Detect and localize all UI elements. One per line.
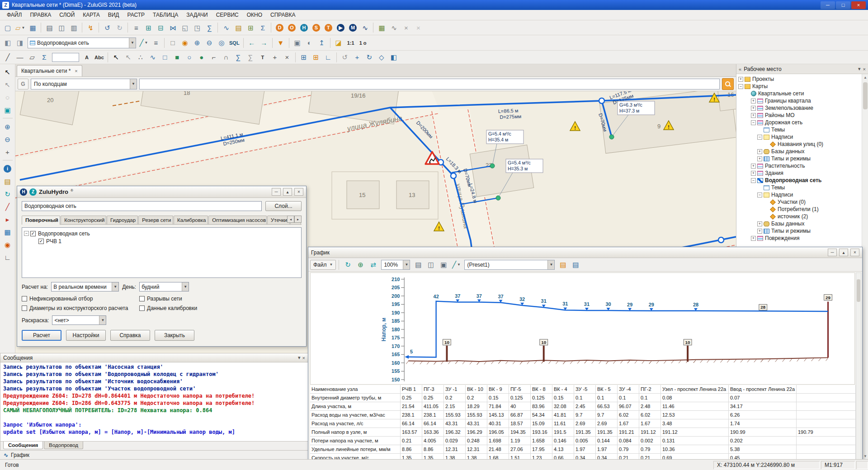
scroll-up-icon[interactable]: ▲ (862, 74, 868, 80)
grid[interactable]: ⊞ (298, 52, 310, 63)
statistics[interactable]: ∑ (203, 22, 215, 33)
tree-item[interactable]: +Растительность (736, 162, 862, 169)
expand-icon[interactable]: + (751, 106, 756, 111)
font-tool[interactable]: A (81, 52, 93, 63)
polygon-style[interactable]: ▱ (26, 52, 38, 63)
edit-mode[interactable]: ▣ (2, 104, 14, 116)
zulu-m[interactable]: M (347, 22, 359, 33)
close-panel-icon[interactable]: × (863, 66, 866, 72)
info-tool[interactable]: i (2, 163, 14, 174)
select-tool[interactable]: ↖ (2, 66, 14, 78)
sum-tool[interactable]: Σ (257, 22, 269, 33)
draw-corner[interactable]: ⌐ (208, 52, 220, 63)
search-options-button[interactable]: G (18, 79, 28, 89)
table-structure[interactable]: ⊟ (155, 22, 166, 33)
collapse-icon[interactable]: − (751, 120, 756, 125)
expand-icon[interactable]: + (757, 229, 762, 234)
tree-item[interactable]: −Надписи (736, 191, 862, 198)
draw-polyline[interactable]: ∿ (147, 52, 159, 63)
collapse-icon[interactable]: − (751, 178, 756, 183)
mirror-object[interactable]: ◇ (376, 52, 387, 63)
tree-item[interactable]: +Типы и режимы (736, 155, 862, 162)
help-button[interactable]: Справка (110, 330, 150, 341)
expand-icon[interactable]: + (751, 236, 756, 241)
coloring-combo[interactable]: <нет>▼ (52, 315, 106, 325)
zoom-in-tool[interactable]: ⊕ (2, 121, 14, 132)
grid-tool[interactable]: ▦ (2, 226, 14, 238)
menu-item[interactable]: ФАЙЛ (3, 10, 26, 19)
graph-docked-tab[interactable]: ∿ График (0, 450, 308, 459)
page-setup[interactable]: ▥ (68, 22, 80, 33)
tab-scroll-right-icon[interactable]: ▸ (294, 216, 302, 223)
pipe-node-icon[interactable] (451, 173, 456, 179)
sum-objects-alt[interactable]: ∑ (245, 52, 256, 63)
select-arrow[interactable]: ↖ (110, 52, 122, 63)
measure-tool[interactable]: ∟ (2, 251, 14, 263)
ortho-mode[interactable]: ∟ (322, 52, 334, 63)
settings-button[interactable]: Настройки (66, 330, 106, 341)
expand-icon[interactable]: + (757, 221, 762, 226)
option-checkbox[interactable]: Данные калибровки (139, 305, 197, 311)
option-checkbox[interactable]: Диаметры из конструкторского расчета (22, 305, 139, 311)
expand-icon[interactable]: + (757, 156, 762, 161)
tree-item[interactable]: −Карты (736, 83, 862, 90)
graph-preset-combo[interactable]: (Preset1)▼ (464, 260, 555, 270)
open-table[interactable]: ⊞ (142, 22, 154, 33)
close-tab-icon[interactable]: × (75, 68, 77, 74)
close-tool[interactable]: × (412, 22, 424, 33)
minimize-button[interactable]: ─ (828, 249, 837, 256)
view-back[interactable]: ← (246, 37, 258, 49)
tree-item[interactable]: +Проекты (736, 75, 862, 83)
fit-chart[interactable]: ⊕ (354, 259, 366, 271)
checkbox[interactable] (22, 306, 27, 311)
export-table[interactable]: ⊞ (245, 22, 256, 33)
save-file[interactable]: ▦ (27, 22, 38, 33)
graph-titlebar[interactable]: График ─ ▴ × (308, 247, 862, 258)
lasso-select[interactable]: ◌ (2, 91, 14, 103)
tree-item[interactable]: +Базы данных (736, 148, 862, 155)
draw-text[interactable]: T (257, 52, 269, 63)
open-file[interactable]: ▱▼ (14, 22, 26, 33)
messages-header[interactable]: Сообщения ▾ × (0, 353, 308, 362)
tree-item[interactable]: Участки (0) (736, 198, 862, 206)
messages-log[interactable]: Запись результатов по объектам 'Насосная… (0, 362, 308, 441)
collapse-icon[interactable]: − (757, 193, 762, 197)
hydro-tab[interactable]: Калибровка (174, 216, 208, 224)
new-map-window[interactable]: ▣ (292, 37, 303, 49)
hydro-tab[interactable]: Оптимизация насосов (208, 216, 267, 224)
zoom-out-tool[interactable]: ⊖ (2, 133, 14, 145)
menu-item[interactable]: СПРАВКА (266, 10, 300, 19)
move-object[interactable]: + (351, 52, 363, 63)
tree-item[interactable]: +Здания (736, 169, 862, 177)
panel-scrollbar[interactable]: ▲ ▼ (862, 74, 868, 459)
layer-button[interactable]: Слой... (265, 201, 302, 211)
source-node-icon[interactable] (490, 164, 495, 168)
select-rect[interactable]: □ (167, 37, 179, 49)
minimize-button[interactable]: ─ (272, 188, 281, 196)
new-file[interactable]: ▢ (2, 22, 14, 33)
abc-labels[interactable]: Abc (93, 52, 105, 63)
tree-item[interactable]: +Границы квартала (736, 97, 862, 104)
draw-cross[interactable]: + (269, 52, 281, 63)
menu-item[interactable]: КАРТА (79, 10, 104, 19)
minimize-button[interactable]: ─ (821, 1, 835, 9)
clip-tool[interactable]: × (400, 22, 412, 33)
vertex-edit[interactable]: ∴ (135, 52, 146, 63)
day-combo[interactable]: будний▼ (139, 282, 189, 291)
tree-item[interactable]: Темы (736, 126, 862, 133)
database[interactable]: ▤ (232, 22, 244, 33)
close-button[interactable]: × (850, 249, 859, 256)
expand-icon[interactable]: + (751, 99, 756, 103)
expand-icon[interactable]: + (751, 113, 756, 118)
scroll-down-icon[interactable]: ▼ (862, 453, 868, 459)
pin-button[interactable]: ▴ (283, 188, 292, 196)
tile-windows[interactable]: ◱ (179, 22, 191, 33)
edit-layer-style[interactable]: ╱▼ (138, 37, 150, 49)
menu-item[interactable]: СЕРВИС (212, 10, 243, 19)
redo[interactable]: ↻ (113, 22, 125, 33)
pin-tool[interactable]: ◉ (2, 239, 14, 250)
tree-item[interactable]: +Районы МО (736, 112, 862, 119)
select-dashed[interactable]: ↖ (2, 79, 14, 90)
menu-item[interactable]: ОКНО (243, 10, 266, 19)
print-preview[interactable]: ◫ (56, 22, 67, 33)
